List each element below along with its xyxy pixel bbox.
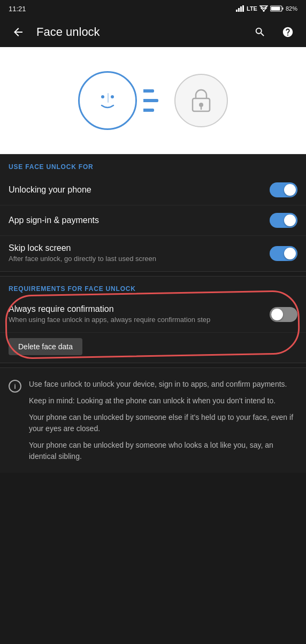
app-bar: Face unlock [0, 17, 306, 47]
requirements-section: REQUIREMENTS FOR FACE UNLOCK Always requ… [0, 276, 306, 363]
skip-lock-title: Skip lock screen [9, 243, 270, 253]
svg-point-6 [263, 10, 264, 12]
svg-rect-0 [236, 10, 238, 12]
skip-lock-subtitle: After face unlock, go directly to last u… [9, 254, 270, 264]
always-confirm-subtitle: When using face unlock in apps, always r… [9, 315, 270, 325]
help-button[interactable] [278, 22, 297, 42]
app-signin-item[interactable]: App sign-in & payments [0, 205, 306, 236]
wifi-icon [259, 5, 268, 12]
svg-point-10 [101, 95, 104, 98]
status-time: 11:21 [9, 5, 26, 13]
hero-section [0, 47, 306, 154]
use-face-unlock-section: USE FACE UNLOCK FOR Unlocking your phone… [0, 154, 306, 272]
svg-rect-8 [282, 7, 283, 10]
lte-icon: LTE [247, 5, 257, 12]
always-confirm-title: Always require confirmation [9, 304, 270, 314]
battery-percent: 82% [286, 5, 297, 12]
svg-rect-1 [238, 8, 240, 12]
info-paragraph-2: Keep in mind: Looking at the phone can u… [29, 395, 297, 407]
app-signin-toggle[interactable] [270, 213, 297, 228]
svg-rect-9 [271, 7, 280, 11]
svg-rect-3 [242, 5, 244, 12]
svg-point-11 [111, 95, 114, 98]
svg-rect-2 [240, 6, 242, 12]
skip-lock-text: Skip lock screen After face unlock, go d… [9, 243, 270, 264]
info-paragraph-4: Your phone can be unlocked by someone wh… [29, 440, 297, 462]
use-face-unlock-header: USE FACE UNLOCK FOR [0, 155, 306, 175]
unlock-phone-title: Unlocking your phone [9, 185, 270, 195]
unlock-phone-text: Unlocking your phone [9, 185, 270, 195]
unlock-phone-item[interactable]: Unlocking your phone [0, 175, 306, 205]
back-button[interactable] [9, 22, 28, 42]
info-paragraph-3: Your phone can be unlocked by someone el… [29, 412, 297, 434]
always-confirm-toggle[interactable] [270, 307, 297, 322]
info-paragraph-1: Use face unlock to unlock your device, s… [29, 379, 297, 390]
signal-waves [143, 89, 158, 112]
skip-lock-screen-item[interactable]: Skip lock screen After face unlock, go d… [0, 236, 306, 271]
app-signin-text: App sign-in & payments [9, 216, 270, 225]
always-confirm-item[interactable]: Always require confirmation When using f… [0, 297, 306, 333]
signal-icon [236, 5, 244, 12]
status-bar: 11:21 LTE 82% [0, 0, 306, 17]
lock-icon [174, 74, 228, 127]
always-confirm-text: Always require confirmation When using f… [9, 304, 270, 325]
battery-icon [270, 5, 284, 12]
info-icon: i [9, 380, 21, 393]
info-text: Use face unlock to unlock your device, s… [29, 379, 297, 462]
page-title: Face unlock [36, 25, 242, 39]
face-unlock-illustration [78, 71, 158, 130]
requirements-header: REQUIREMENTS FOR FACE UNLOCK [0, 277, 306, 297]
info-section: i Use face unlock to unlock your device,… [0, 367, 306, 473]
search-button[interactable] [250, 22, 270, 42]
delete-face-data-button[interactable]: Delete face data [9, 338, 82, 355]
app-signin-title: App sign-in & payments [9, 216, 270, 225]
face-icon [78, 71, 137, 130]
unlock-phone-toggle[interactable] [270, 182, 297, 197]
skip-lock-toggle[interactable] [270, 246, 297, 261]
status-icons: LTE 82% [236, 5, 297, 12]
